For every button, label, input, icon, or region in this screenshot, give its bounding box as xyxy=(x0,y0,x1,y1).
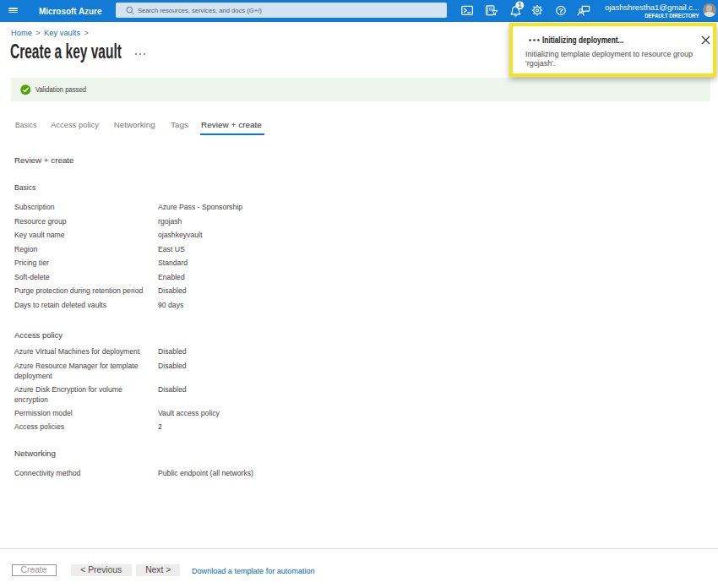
svg-text:?: ? xyxy=(558,7,563,15)
svg-text:1: 1 xyxy=(518,2,522,9)
